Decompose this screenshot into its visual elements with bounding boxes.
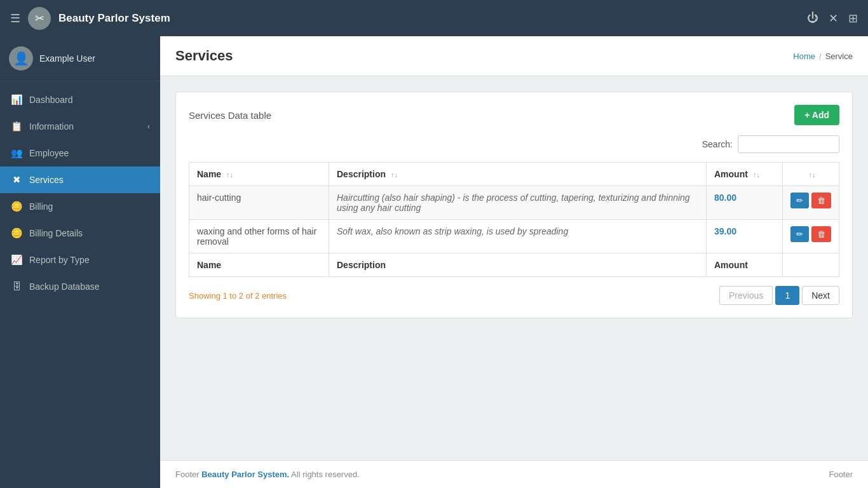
entries-text-prefix: Showing [189, 291, 222, 301]
service-desc-cell: Haircutting (also hair shaping) - is the… [329, 186, 707, 220]
sidebar-item-billing[interactable]: 🪙 Billing [0, 193, 160, 220]
footer-text: Footer Beauty Parlor System. All rights … [175, 470, 360, 479]
content-body: Services Data table + Add Search: Name [160, 76, 868, 460]
entries-text-suffix: entries [262, 291, 287, 301]
app-footer: Footer Beauty Parlor System. All rights … [160, 460, 868, 488]
sidebar-item-label: Backup Database [29, 281, 100, 292]
entries-info: Showing 1 to 2 of 2 entries [189, 291, 287, 301]
breadcrumb: Home / Service [793, 51, 853, 61]
app-wrapper: ☰ ✂ Beauty Parlor System ⏻ ✕ ⊞ 👤 Example… [0, 0, 868, 488]
entries-total: 2 [255, 291, 259, 301]
col-footer-description: Description [329, 254, 707, 277]
sidebar-item-label: Billing Details [29, 228, 83, 238]
sidebar-item-information[interactable]: 📋 Information ‹ [0, 113, 160, 140]
sidebar-item-label: Dashboard [29, 95, 73, 105]
page-1-button[interactable]: 1 [775, 286, 799, 305]
grid-icon[interactable]: ⊞ [848, 11, 858, 25]
top-nav-left: ☰ ✂ Beauty Parlor System [10, 7, 170, 30]
dashboard-icon: 📊 [10, 94, 23, 105]
service-actions-cell: ✏🗑 [783, 186, 839, 220]
service-actions-cell: ✏🗑 [783, 220, 839, 254]
footer-brand: Beauty Parlor System. [201, 470, 289, 479]
service-amount-cell: 80.00 [707, 186, 783, 220]
report-icon: 📈 [10, 254, 23, 266]
card-title: Services Data table [189, 110, 271, 121]
main-content: Services Home / Service Services Data ta… [160, 36, 868, 488]
information-icon: 📋 [10, 121, 23, 132]
delete-button[interactable]: 🗑 [811, 226, 831, 242]
search-input[interactable] [738, 135, 839, 153]
sidebar-item-label: Services [29, 175, 64, 185]
sort-desc-icon: ↑↓ [391, 171, 398, 179]
service-name-cell: hair-cutting [189, 186, 329, 220]
entries-text-to: to [229, 291, 238, 301]
pagination: Previous 1 Next [719, 286, 839, 305]
backup-icon: 🗄 [10, 281, 23, 292]
sort-actions-icon: ↑↓ [809, 171, 816, 179]
entries-text-of: of [246, 291, 255, 301]
action-buttons: ✏🗑 [790, 226, 831, 242]
page-title: Services [175, 48, 233, 64]
chevron-left-icon: ‹ [147, 122, 150, 131]
search-label: Search: [702, 139, 733, 149]
sidebar-nav: 📊 Dashboard 📋 Information ‹ 👥 Employee ✖… [0, 81, 160, 488]
sort-amount-icon: ↑↓ [753, 171, 760, 179]
sidebar-item-dashboard[interactable]: 📊 Dashboard [0, 86, 160, 113]
service-name-cell: waxing and other forms of hair removal [189, 220, 329, 254]
close-icon[interactable]: ✕ [829, 11, 838, 25]
entries-end: 2 [239, 291, 243, 301]
breadcrumb-separator: / [819, 51, 822, 61]
delete-button[interactable]: 🗑 [811, 193, 831, 208]
table-footer: Showing 1 to 2 of 2 entries Previous 1 N… [189, 286, 839, 305]
card-header: Services Data table + Add [189, 105, 839, 125]
col-header-amount[interactable]: Amount ↑↓ [707, 163, 783, 186]
footer-text-prefix: Footer [175, 470, 201, 479]
sidebar-user: 👤 Example User [0, 36, 160, 81]
top-navbar: ☰ ✂ Beauty Parlor System ⏻ ✕ ⊞ [0, 0, 868, 36]
col-name-label: Name [197, 169, 221, 179]
next-button[interactable]: Next [802, 286, 839, 305]
sidebar-item-report-by-type[interactable]: 📈 Report by Type [0, 247, 160, 273]
billing-details-icon: 🪙 [10, 227, 23, 239]
content-header: Services Home / Service [160, 36, 868, 76]
sidebar-item-label: Report by Type [29, 255, 90, 265]
col-header-actions: ↑↓ [783, 163, 839, 186]
col-header-description[interactable]: Description ↑↓ [329, 163, 707, 186]
service-amount-cell: 39.00 [707, 220, 783, 254]
col-header-name[interactable]: Name ↑↓ [189, 163, 329, 186]
sidebar-item-backup-database[interactable]: 🗄 Backup Database [0, 273, 160, 299]
breadcrumb-home[interactable]: Home [793, 51, 815, 61]
table-row: waxing and other forms of hair removalSo… [189, 220, 839, 254]
app-logo: ✂ [28, 7, 51, 30]
col-footer-name-label: Name [197, 260, 221, 270]
sidebar-item-label: Billing [29, 201, 53, 212]
entries-start: 1 [222, 291, 227, 301]
footer-right-text: Footer [829, 470, 853, 479]
add-button[interactable]: + Add [794, 105, 839, 125]
search-bar: Search: [189, 135, 839, 153]
sidebar-item-employee[interactable]: 👥 Employee [0, 140, 160, 166]
col-amount-label: Amount [714, 169, 748, 179]
breadcrumb-current: Service [825, 51, 853, 61]
col-footer-amount: Amount [707, 254, 783, 277]
sort-name-icon: ↑↓ [226, 171, 233, 179]
sidebar-item-label: Employee [29, 148, 69, 158]
sidebar-item-billing-details[interactable]: 🪙 Billing Details [0, 220, 160, 247]
col-desc-label: Description [337, 169, 386, 179]
edit-button[interactable]: ✏ [790, 193, 809, 208]
top-nav-right: ⏻ ✕ ⊞ [807, 11, 858, 25]
hamburger-icon[interactable]: ☰ [10, 11, 20, 25]
sidebar-item-label: Information [29, 121, 74, 132]
action-buttons: ✏🗑 [790, 193, 831, 208]
col-footer-actions [783, 254, 839, 277]
app-title: Beauty Parlor System [58, 12, 170, 25]
edit-button[interactable]: ✏ [790, 226, 809, 242]
power-icon[interactable]: ⏻ [807, 11, 818, 25]
body-wrapper: 👤 Example User 📊 Dashboard 📋 Information… [0, 36, 868, 488]
sidebar: 👤 Example User 📊 Dashboard 📋 Information… [0, 36, 160, 488]
billing-icon: 🪙 [10, 201, 23, 212]
sidebar-item-services[interactable]: ✖ Services [0, 166, 160, 193]
col-footer-name: Name [189, 254, 329, 277]
previous-button[interactable]: Previous [719, 286, 773, 305]
services-table: Name ↑↓ Description ↑↓ Amount ↑↓ [189, 162, 839, 277]
